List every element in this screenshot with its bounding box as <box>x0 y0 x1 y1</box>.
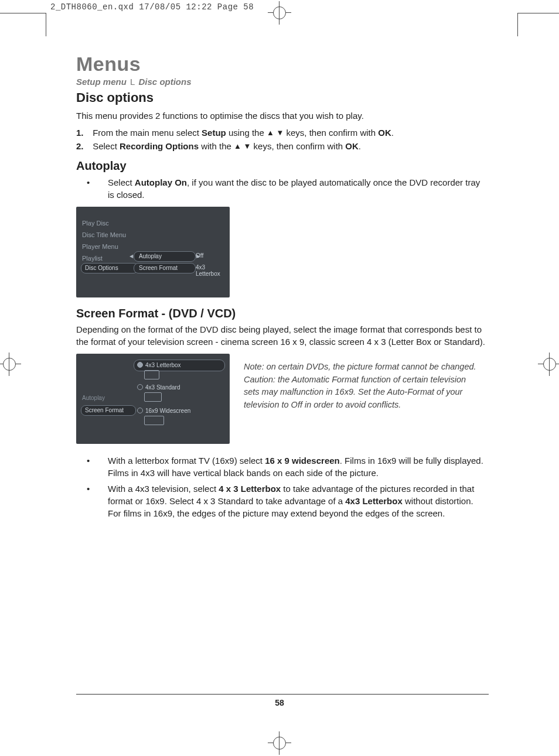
format-thumb-icon <box>144 416 164 425</box>
format-thumb-icon <box>144 370 159 379</box>
step-1: 1. From the main menu select Setup using… <box>76 128 489 138</box>
option-autoplay: Autoplay <box>134 251 196 262</box>
heading-screen-format: Screen Format - (DVD / VCD) <box>76 307 489 320</box>
crop-mark <box>517 13 518 36</box>
step-text: From the main menu select <box>93 128 202 138</box>
step-number: 2. <box>76 141 90 151</box>
note-text: Note: on certain DVDs, the picture forma… <box>244 361 477 444</box>
step-text: . <box>391 128 394 138</box>
heading-autoplay: Autoplay <box>76 159 489 173</box>
step-text: keys, then confirm with <box>251 141 345 151</box>
screen-format-bullets: With a letterbox format TV (16x9) select… <box>76 454 489 519</box>
radio-4x3-standard: 4x3 Standard <box>137 384 180 391</box>
option-screen-format-value: 4x3 Letterbox <box>196 264 230 277</box>
step-text: Select <box>93 141 120 151</box>
sf-bullet-2: With a 4x3 television, select 4 x 3 Lett… <box>76 483 489 519</box>
step-number: 1. <box>76 128 90 138</box>
step-text: with the <box>199 141 234 151</box>
step-text: keys, then confirm with <box>284 128 378 138</box>
page-title: Menus <box>76 53 489 76</box>
bullet-text: With a letterbox format TV (16x9) select <box>108 456 265 466</box>
option-autoplay-value: Off <box>196 252 203 259</box>
step-text: . <box>359 141 361 151</box>
sf-bullet-1: With a letterbox format TV (16x9) select… <box>76 454 489 479</box>
radio-4x3-letterbox: 4x3 Letterbox <box>137 362 181 368</box>
numbered-steps: 1. From the main menu select Setup using… <box>76 128 489 151</box>
breadcrumb-b: Disc options <box>139 77 192 87</box>
menu-item: Disc Title Menu <box>82 229 126 241</box>
screen-format-row: Autoplay Screen Format 4x3 Letterbox 4x3… <box>76 354 489 444</box>
page-number: 58 <box>0 698 559 707</box>
intro-paragraph: This menu provides 2 functions to optimi… <box>76 110 489 122</box>
bullet-text: Select <box>108 177 135 187</box>
screen-format-intro: Depending on the format of the DVD disc … <box>76 324 489 348</box>
menu-item: Player Menu <box>82 241 126 252</box>
screenshot-autoplay-menu: Play Disc Disc Title Menu Player Menu Pl… <box>76 207 230 297</box>
step-text: using the <box>226 128 267 138</box>
breadcrumb-a: Setup menu <box>76 77 127 87</box>
print-header: 2_DTH8060_en.qxd 17/08/05 12:22 Page 58 <box>50 2 254 12</box>
up-down-arrows-icon: ▲ ▼ <box>234 142 251 150</box>
menu-item: Autoplay <box>82 395 105 401</box>
autoplay-bullet: Select Autoplay On, if you want the disc… <box>76 176 489 201</box>
bullet-bold: 16 x 9 widescreen <box>265 456 340 466</box>
footer-rule <box>76 694 489 695</box>
registration-mark <box>538 353 559 376</box>
page-content: Menus Setup menu L Disc options Disc opt… <box>76 53 489 525</box>
crop-mark <box>518 13 559 13</box>
autoplay-bullets: Select Autoplay On, if you want the disc… <box>76 176 489 201</box>
bullet-text: With a 4x3 television, select <box>108 484 219 494</box>
step-bold: OK <box>345 141 359 151</box>
format-thumb-icon <box>144 392 162 402</box>
registration-mark <box>268 731 291 755</box>
option-screen-format: Screen Format <box>134 263 196 273</box>
menu-item-selected: Disc Options <box>81 263 138 273</box>
bullet-bold: 4 x 3 Letterbox <box>219 484 281 494</box>
crop-mark <box>46 13 46 36</box>
menu-list: Play Disc Disc Title Menu Player Menu Pl… <box>82 217 126 264</box>
bullet-bold: 4x3 Letterbox <box>345 496 403 506</box>
menu-item: Play Disc <box>82 217 126 229</box>
menu-item: Playlist <box>82 252 126 264</box>
menu-item-selected: Screen Format <box>81 405 136 416</box>
breadcrumb: Setup menu L Disc options <box>76 77 489 87</box>
document-page: 2_DTH8060_en.qxd 17/08/05 12:22 Page 58 … <box>0 0 559 756</box>
radio-16x9-widescreen: 16x9 Widescreen <box>137 408 190 414</box>
step-2: 2. Select Recording Options with the ▲ ▼… <box>76 141 489 151</box>
step-bold: OK <box>378 128 391 138</box>
registration-mark <box>268 1 291 25</box>
step-bold: Setup <box>202 128 226 138</box>
heading-disc-options: Disc options <box>76 90 489 105</box>
step-bold: Recording Options <box>120 141 199 151</box>
breadcrumb-sep: L <box>130 77 135 87</box>
up-down-arrows-icon: ▲ ▼ <box>267 128 284 137</box>
bullet-bold: Autoplay On <box>135 177 187 187</box>
screenshot-screen-format: Autoplay Screen Format 4x3 Letterbox 4x3… <box>76 354 230 444</box>
registration-mark <box>0 353 21 376</box>
crop-mark <box>0 13 46 13</box>
